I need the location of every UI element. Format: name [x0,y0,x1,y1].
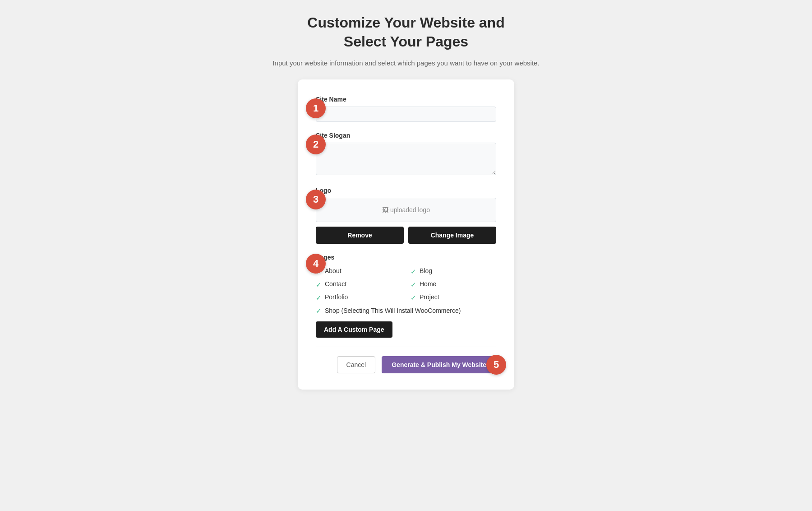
form-card: 1 Site Name 2 Site Slogan 3 Logo 🖼 uploa… [298,79,514,390]
list-item[interactable]: ✓ Contact [316,280,401,289]
check-icon: ✓ [411,281,416,289]
check-icon: ✓ [411,268,416,276]
step-3-badge: 3 [306,190,326,209]
list-item[interactable]: ✓ Project [411,293,496,302]
page-title: Customize Your Website and Select Your P… [272,14,539,51]
list-item[interactable]: ✓ Home [411,280,496,289]
remove-button[interactable]: Remove [316,227,404,244]
check-icon: ✓ [316,281,322,289]
pages-section: 4 Pages ✓ About ✓ Blog ✓ Contact ✓ Home … [316,254,496,338]
site-name-input[interactable] [316,107,496,122]
page-name-contact: Contact [325,280,346,288]
logo-label: Logo [316,187,496,194]
list-item[interactable]: ✓ Blog [411,267,496,276]
site-slogan-label: Site Slogan [316,132,496,139]
logo-buttons: Remove Change Image [316,227,496,244]
site-name-field-group: 1 Site Name [316,96,496,122]
list-item[interactable]: ✓ About [316,267,401,276]
logo-preview-text: 🖼 uploaded logo [382,206,430,214]
check-icon: ✓ [316,294,322,302]
pages-grid: ✓ About ✓ Blog ✓ Contact ✓ Home ✓ Portfo… [316,267,496,302]
site-slogan-field-group: 2 Site Slogan [316,132,496,177]
page-name-portfolio: Portfolio [325,293,348,301]
generate-publish-button[interactable]: Generate & Publish My Website [382,356,496,373]
page-name-home: Home [420,280,436,288]
change-image-button[interactable]: Change Image [408,227,496,244]
step-5-badge: 5 [486,355,506,375]
site-name-label: Site Name [316,96,496,103]
page-name-project: Project [420,293,439,301]
page-header: Customize Your Website and Select Your P… [272,14,539,69]
shop-page-item[interactable]: ✓ Shop (Selecting This Will Install WooC… [316,307,496,316]
logo-field-group: 3 Logo 🖼 uploaded logo Remove Change Ima… [316,187,496,244]
page-subtitle: Input your website information and selec… [272,58,539,69]
logo-preview: 🖼 uploaded logo [316,198,496,222]
add-custom-page-button[interactable]: Add A Custom Page [316,321,392,338]
list-item[interactable]: ✓ Portfolio [316,293,401,302]
card-footer: Cancel Generate & Publish My Website 5 [316,356,496,373]
check-icon: ✓ [316,307,322,315]
check-icon: ✓ [411,294,416,302]
page-name-about: About [325,267,341,274]
step-1-badge: 1 [306,98,326,118]
step-4-badge: 4 [306,254,326,274]
cancel-button[interactable]: Cancel [337,356,376,373]
divider [316,347,496,347]
step-2-badge: 2 [306,135,326,154]
site-slogan-input[interactable] [316,143,496,175]
shop-page-label: Shop (Selecting This Will Install WooCom… [325,307,461,316]
page-name-blog: Blog [420,267,432,274]
pages-label: Pages [316,254,496,261]
